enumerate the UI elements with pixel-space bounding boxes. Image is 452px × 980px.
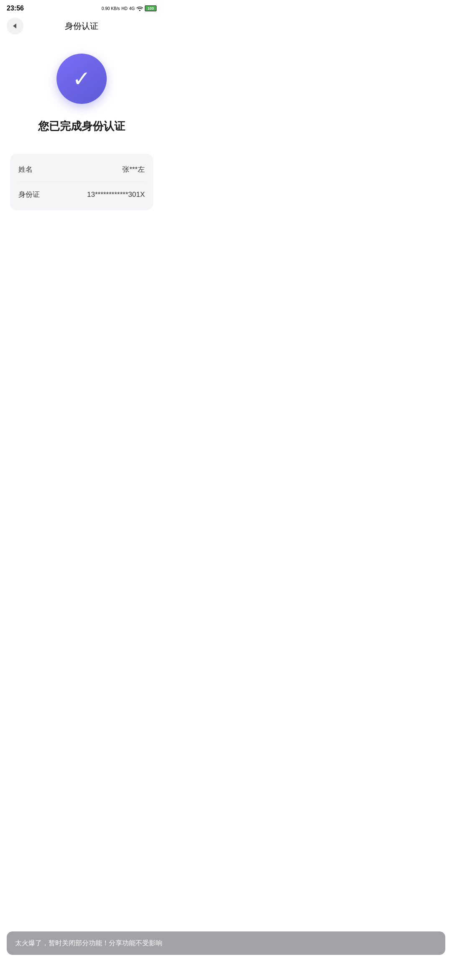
status-time: 23:56 xyxy=(7,5,24,12)
name-label: 姓名 xyxy=(18,165,33,174)
success-text: 您已完成身份认证 xyxy=(38,119,125,134)
page-title: 身份认证 xyxy=(65,21,98,32)
main-content: ✓ 您已完成身份认证 姓名 张***左 身份证 13************30… xyxy=(0,37,163,220)
check-icon: ✓ xyxy=(72,68,91,90)
back-arrow-icon xyxy=(13,23,16,28)
info-row-id: 身份证 13************301X xyxy=(18,182,145,207)
network-type: 4G xyxy=(129,6,135,11)
network-speed: 0.90 KB/s xyxy=(102,6,120,11)
success-circle: ✓ xyxy=(56,54,107,104)
name-value: 张***左 xyxy=(122,165,145,174)
status-bar: 23:56 0.90 KB/s HD 4G 100 xyxy=(0,0,163,15)
battery-icon: 100 xyxy=(145,5,157,11)
wifi-icon xyxy=(136,6,143,11)
id-value: 13************301X xyxy=(87,191,145,199)
back-button[interactable] xyxy=(7,18,23,34)
nav-bar: 身份认证 xyxy=(0,15,163,37)
info-row-name: 姓名 张***左 xyxy=(18,157,145,182)
info-card: 姓名 张***左 身份证 13************301X xyxy=(10,154,153,210)
status-icons: 0.90 KB/s HD 4G 100 xyxy=(102,5,157,11)
hd-icon: HD xyxy=(121,6,127,11)
id-label: 身份证 xyxy=(18,190,40,199)
